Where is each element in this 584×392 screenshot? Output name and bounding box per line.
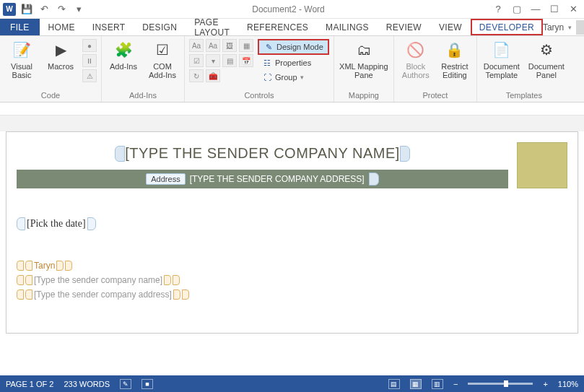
page-indicator[interactable]: PAGE 1 OF 2 [6, 380, 53, 388]
close-icon[interactable]: ✕ [567, 3, 580, 16]
zoom-level[interactable]: 110% [558, 380, 578, 388]
date-picker-control-icon[interactable]: 📅 [239, 54, 253, 67]
redo-icon[interactable]: ↷ [55, 3, 68, 16]
tab-mailings[interactable]: MAILINGS [317, 19, 378, 35]
word-count[interactable]: 233 WORDS [64, 380, 110, 388]
macros-button[interactable]: ▶︎ Macros [43, 39, 78, 71]
addins-button[interactable]: 🧩 Add-Ins [106, 39, 141, 71]
group-protect: 🚫 Block Authors 🔒 Restrict Editing Prote… [394, 36, 477, 102]
macro-record-status-icon[interactable]: ■ [141, 379, 153, 389]
tab-developer[interactable]: DEVELOPER [471, 19, 543, 35]
ribbon: 📝 Visual Basic ▶︎ Macros ● ⏸ ⚠ Code 🧩 Ad… [0, 36, 584, 103]
document-canvas[interactable]: [TYPE THE SENDER COMPANY NAME] Address [… [0, 116, 584, 374]
repeating-section-icon[interactable]: ↻ [189, 69, 204, 82]
properties-button[interactable]: ☷ Properties [258, 56, 329, 69]
group-label-addins: Add-Ins [129, 90, 157, 101]
qat-customize-icon[interactable]: ▾ [72, 3, 85, 16]
save-icon[interactable]: 💾 [20, 3, 33, 16]
group-mapping: 🗂 XML Mapping Pane Mapping [334, 36, 394, 102]
document-template-button[interactable]: 📄 Document Template [481, 39, 522, 79]
picture-control-icon[interactable]: 🖼 [222, 39, 237, 52]
maximize-icon[interactable]: ☐ [548, 3, 561, 16]
design-mode-button[interactable]: ✎ Design Mode [258, 39, 329, 55]
com-addins-icon: ☑︎ [151, 39, 174, 61]
pause-recording-icon[interactable]: ⏸ [82, 54, 97, 67]
document-panel-button[interactable]: ⚙ Document Panel [526, 39, 567, 79]
company-name-content-control[interactable]: [TYPE THE SENDER COMPANY NAME] [115, 145, 410, 162]
xml-mapping-icon: 🗂 [352, 39, 375, 61]
restrict-editing-icon: 🔒 [443, 39, 466, 61]
zoom-out-button[interactable]: − [453, 380, 458, 388]
com-addins-button[interactable]: ☑︎ COM Add-Ins [145, 39, 180, 79]
chevron-down-icon: ▾ [568, 24, 572, 31]
building-block-control-icon[interactable]: ▦ [239, 39, 253, 52]
rich-text-control-icon[interactable]: Aa [189, 39, 204, 52]
visual-basic-icon: 📝 [10, 39, 33, 61]
group-addins: 🧩 Add-Ins ☑︎ COM Add-Ins Add-Ins [102, 36, 185, 102]
design-mode-icon: ✎ [263, 42, 274, 52]
ruler [0, 103, 584, 116]
read-mode-icon[interactable]: ▤ [388, 379, 400, 389]
logo-placeholder[interactable] [517, 142, 567, 188]
web-layout-icon[interactable]: ▥ [432, 379, 443, 389]
sender-company-content-control[interactable]: [Type the sender company name] [17, 275, 567, 285]
account-user[interactable]: Taryn ▾ [543, 19, 584, 35]
document-panel-icon: ⚙ [535, 39, 558, 61]
group-code: 📝 Visual Basic ▶︎ Macros ● ⏸ ⚠ Code [0, 36, 102, 102]
address-cc-label: Address [146, 173, 185, 185]
group-icon: ⛶ [262, 72, 272, 82]
tab-home[interactable]: HOME [40, 19, 84, 35]
tab-page-layout[interactable]: PAGE LAYOUT [186, 19, 238, 35]
help-icon[interactable]: ? [492, 3, 505, 16]
group-label-controls: Controls [244, 90, 274, 101]
window-title: Document2 - Word [85, 4, 492, 14]
zoom-slider[interactable] [468, 383, 533, 385]
sender-address-content-control[interactable]: [Type the sender company address] [17, 289, 567, 300]
block-authors-icon: 🚫 [404, 39, 427, 61]
block-authors-button[interactable]: 🚫 Block Authors [398, 39, 433, 79]
chevron-down-icon: ▾ [300, 74, 304, 81]
tab-view[interactable]: VIEW [430, 19, 471, 35]
page: [TYPE THE SENDER COMPANY NAME] Address [… [6, 131, 578, 334]
group-label-mapping: Mapping [349, 90, 379, 101]
date-content-control[interactable]: [Pick the date] [17, 217, 567, 230]
document-template-icon: 📄 [490, 39, 513, 61]
tab-insert[interactable]: INSERT [84, 19, 134, 35]
address-content-control[interactable]: Address [TYPE THE SENDER COMPANY ADDRESS… [17, 170, 508, 188]
visual-basic-button[interactable]: 📝 Visual Basic [4, 39, 39, 79]
sender-name-content-control[interactable]: Taryn [17, 261, 567, 271]
group-templates: 📄 Document Template ⚙ Document Panel Tem… [477, 36, 571, 102]
avatar [576, 20, 584, 35]
macro-security-icon[interactable]: ⚠ [82, 69, 97, 82]
macros-icon: ▶︎ [49, 39, 72, 61]
xml-mapping-pane-button[interactable]: 🗂 XML Mapping Pane [339, 39, 389, 79]
word-icon: W [3, 3, 16, 16]
group-button[interactable]: ⛶ Group ▾ [258, 71, 329, 84]
spell-check-icon[interactable]: ✎ [120, 379, 131, 389]
undo-icon[interactable]: ↶ [38, 3, 51, 16]
user-name: Taryn [543, 22, 564, 32]
legacy-tools-icon[interactable]: 🧰 [206, 69, 220, 82]
status-bar: PAGE 1 OF 2 233 WORDS ✎ ■ ▤ ▦ ▥ − + 110% [0, 375, 584, 392]
restrict-editing-button[interactable]: 🔒 Restrict Editing [437, 39, 472, 79]
addins-icon: 🧩 [112, 39, 135, 61]
group-label-protect: Protect [422, 90, 448, 101]
tab-review[interactable]: REVIEW [378, 19, 430, 35]
ribbon-options-icon[interactable]: ▢ [510, 3, 523, 16]
tab-file[interactable]: FILE [0, 19, 40, 35]
record-macro-icon[interactable]: ● [82, 39, 97, 52]
zoom-in-button[interactable]: + [543, 380, 547, 388]
minimize-icon[interactable]: — [529, 3, 542, 16]
print-layout-icon[interactable]: ▦ [410, 379, 422, 389]
group-label-templates: Templates [506, 90, 542, 101]
group-controls: Aa Aa 🖼 ▦ ☑ ▾ ▤ 📅 ↻ 🧰 ✎ [185, 36, 334, 102]
title-bar: W 💾 ↶ ↷ ▾ Document2 - Word ? ▢ — ☐ ✕ [0, 0, 584, 19]
tab-design[interactable]: DESIGN [134, 19, 186, 35]
ribbon-tabs: FILE HOME INSERT DESIGN PAGE LAYOUT REFE… [0, 19, 584, 36]
group-label-code: Code [41, 90, 60, 101]
plain-text-control-icon[interactable]: Aa [206, 39, 220, 52]
dropdown-control-icon[interactable]: ▤ [222, 54, 237, 67]
tab-references[interactable]: REFERENCES [238, 19, 317, 35]
combo-box-control-icon[interactable]: ▾ [206, 54, 220, 67]
checkbox-control-icon[interactable]: ☑ [189, 54, 204, 67]
